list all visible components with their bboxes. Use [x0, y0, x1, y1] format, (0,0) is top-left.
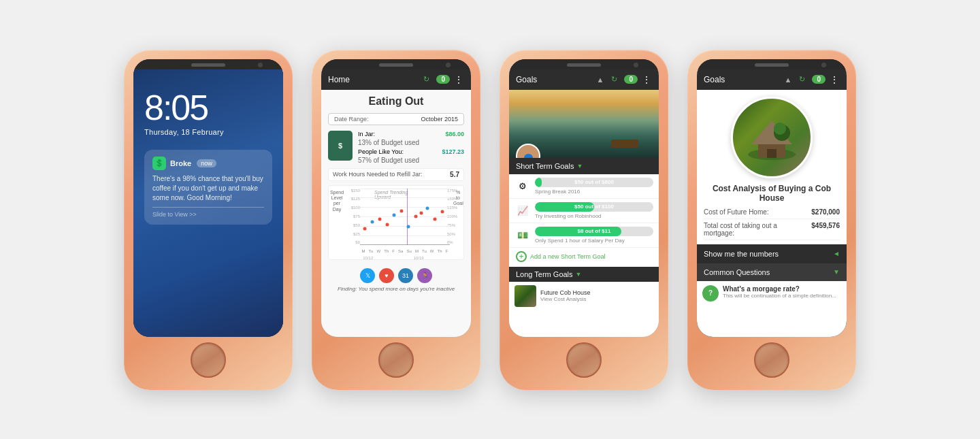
cob-house-thumbnail	[514, 285, 536, 307]
home-button-2[interactable]	[378, 342, 414, 378]
goal-item-3[interactable]: 💵 $8 out of $11 Only Spend 1 hour of Sal…	[509, 223, 659, 248]
twitter-icon[interactable]: 𝕏	[360, 268, 375, 283]
speaker-grill-4	[755, 63, 789, 67]
phone-3: Goals ▲ ↻ 0 ⋮ 👤	[500, 50, 668, 390]
lock-screen: 8:05 Thursday, 18 February 💲 Broke now T…	[133, 69, 283, 337]
header-badge: 0	[436, 75, 450, 84]
phone-4: Goals ▲ ↻ 0 ⋮	[687, 50, 856, 390]
chart-dot	[414, 215, 417, 218]
cost-refresh-icon[interactable]: ↻	[796, 74, 808, 86]
people-amount: $127.23	[442, 148, 464, 155]
heart-icon[interactable]: ♥	[379, 268, 394, 283]
menu-dots-icon[interactable]: ⋮	[454, 74, 464, 85]
chart-dot	[393, 214, 396, 217]
cost-hero-image	[731, 97, 813, 178]
show-numbers-button[interactable]: Show me the numbers ◄	[697, 244, 847, 263]
long-term-header[interactable]: Long Term Goals ▼	[509, 267, 659, 282]
add-goal-icon: +	[516, 251, 527, 262]
goals-hero-image: 👤	[509, 90, 659, 158]
spending-info-row: $ In Jar: $86.00 13% of Budget used Peop…	[328, 131, 464, 164]
phone-4-screen: Goals ▲ ↻ 0 ⋮	[697, 69, 847, 337]
calendar-icon[interactable]: 31	[398, 268, 413, 283]
add-goal-row[interactable]: + Add a new Short Term Goal	[509, 248, 659, 265]
cost-label-2: Total cost of taking out a mortgage:	[704, 222, 785, 237]
chart-dot	[385, 223, 389, 227]
cost-rows: Cost of Future Home: $270,000 Total cost…	[697, 206, 847, 240]
dock-element	[611, 140, 638, 148]
refresh-icon[interactable]: ↻	[420, 74, 432, 86]
long-term-item[interactable]: Future Cob House View Cost Analysis	[509, 282, 659, 310]
goal-1-subtitle: Spring Break 2016	[535, 189, 653, 195]
short-term-header[interactable]: Short Term Goals ▼	[509, 158, 659, 174]
work-hours-row: Work Hours Needed to Refill Jar: 5.7	[328, 168, 464, 181]
goals-header-title: Goals	[516, 75, 593, 84]
goal-2-subtitle: Try Investing on Robinhood	[535, 213, 653, 219]
phone-1-top-bar	[133, 59, 283, 69]
chart-dot	[433, 218, 436, 221]
notification-card[interactable]: 💲 Broke now There's a 98% chance that yo…	[144, 150, 272, 225]
question-row[interactable]: ? What's a morgage rate? This will be co…	[697, 281, 847, 306]
common-q-label: Common Questions	[704, 268, 770, 276]
user-avatar[interactable]: 👤	[516, 144, 540, 158]
goal-1-bar-container: $50 out of $800	[535, 178, 653, 187]
chart-dot	[399, 209, 403, 212]
y-axis-label: SpendLevelperDay	[329, 190, 344, 213]
chart-dot	[371, 221, 374, 224]
people-label: People Like You:	[358, 148, 404, 155]
in-jar-line: In Jar: $86.00	[358, 131, 464, 137]
in-jar-amount: $86.00	[445, 131, 464, 137]
goal-1-info: $50 out of $800 Spring Break 2016	[535, 178, 653, 195]
date-range-row[interactable]: Date Range: October 2015	[328, 113, 464, 125]
home-button[interactable]	[191, 342, 226, 378]
run-icon[interactable]: 🏃	[417, 268, 432, 283]
avatar-face: 👤	[520, 153, 537, 158]
cost-menu-dots[interactable]: ⋮	[830, 74, 840, 85]
goal-3-bar-container: $8 out of $11	[535, 227, 653, 236]
goals-badge: 0	[624, 75, 638, 84]
short-term-label: Short Term Goals	[516, 162, 574, 170]
phone-4-top-bar	[697, 59, 847, 69]
notif-app-icon: 💲	[152, 157, 166, 170]
notif-slide-text: Slide to View >>	[152, 211, 264, 218]
phone-3-screen: Goals ▲ ↻ 0 ⋮ 👤	[509, 69, 659, 337]
lake-background: 👤	[509, 90, 659, 158]
goal-1-bar-text: $50 out of $800	[535, 178, 653, 187]
long-term-item-info: Future Cob House View Cost Analysis	[540, 289, 591, 302]
cost-back-icon[interactable]: ▲	[785, 76, 792, 84]
lock-screen-time: 8:05	[144, 90, 272, 125]
home-button-3[interactable]	[566, 342, 602, 378]
question-circle-icon: ?	[702, 285, 719, 302]
goals-refresh-icon[interactable]: ↻	[608, 74, 620, 86]
cost-header-title: Goals	[704, 75, 781, 84]
cost-value-2: $459,576	[811, 222, 840, 229]
cost-app-header: Goals ▲ ↻ 0 ⋮	[697, 69, 847, 90]
goal-item-2[interactable]: 📈 $50 out of $100 Try Investing on Robin…	[509, 199, 659, 223]
notif-divider	[152, 207, 264, 208]
notif-time: now	[197, 159, 216, 167]
cob-house-image	[514, 285, 536, 307]
chart-dot	[378, 218, 382, 221]
jar-icon: $	[328, 131, 353, 161]
app-header: Home ↻ 0 ⋮	[321, 69, 471, 90]
camera-lens	[258, 63, 263, 67]
back-arrow-icon[interactable]: ▲	[597, 76, 604, 84]
people-line: People Like You: $127.23	[358, 148, 464, 155]
goals-menu-dots[interactable]: ⋮	[642, 74, 652, 85]
home-button-4[interactable]	[754, 342, 789, 378]
long-term-arrow: ▼	[576, 271, 582, 278]
common-questions-button[interactable]: Common Questions ▼	[697, 263, 847, 281]
cost-badge: 0	[812, 75, 826, 84]
goals-screen: Goals ▲ ↻ 0 ⋮ 👤	[509, 69, 659, 337]
phone-1-screen: 8:05 Thursday, 18 February 💲 Broke now T…	[133, 69, 283, 337]
goal-item-1[interactable]: ⚙ $50 out of $800 Spring Break 2016	[509, 174, 659, 199]
work-hours-label: Work Hours Needed to Refill Jar:	[333, 171, 422, 178]
lock-screen-date: Thursday, 18 February	[144, 128, 272, 136]
phone-1: 8:05 Thursday, 18 February 💲 Broke now T…	[124, 50, 293, 390]
today-line	[407, 189, 408, 245]
cost-row-2: Total cost of taking out a mortgage: $45…	[704, 219, 840, 240]
short-term-arrow: ▼	[576, 163, 583, 169]
section-title: Eating Out	[328, 95, 464, 108]
social-icons: 𝕏 ♥ 31 🏃	[328, 268, 464, 283]
notif-header: 💲 Broke now	[152, 157, 264, 170]
work-hours-value: 5.7	[450, 171, 459, 178]
